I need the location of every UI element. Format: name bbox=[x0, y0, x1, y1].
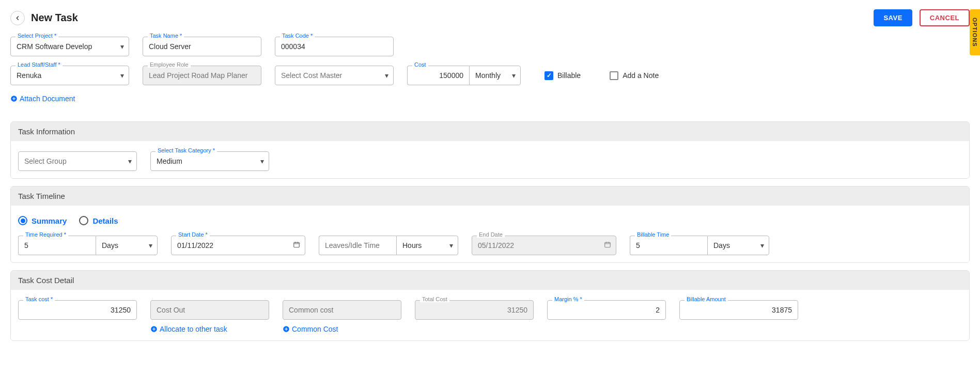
billabletime-label: Billable Time bbox=[635, 231, 671, 238]
billableamount-label: Billable Amount bbox=[685, 296, 728, 302]
summary-label: Summary bbox=[32, 216, 67, 225]
billabletime-unit-select[interactable] bbox=[707, 236, 769, 255]
leaves-input[interactable] bbox=[319, 236, 396, 255]
panel-header: Task Cost Detail bbox=[11, 271, 969, 290]
taskname-label: Task Name * bbox=[148, 33, 184, 39]
costout-input[interactable] bbox=[150, 300, 269, 320]
commoncost-link[interactable]: Common Cost bbox=[283, 325, 401, 333]
details-radio[interactable]: Details bbox=[79, 216, 118, 225]
billabletime-input[interactable] bbox=[630, 236, 707, 255]
allocate-link[interactable]: Allocate to other task bbox=[150, 325, 269, 333]
margin-input[interactable] bbox=[547, 300, 666, 320]
cost-label: Cost bbox=[412, 61, 428, 68]
back-button[interactable] bbox=[10, 11, 25, 25]
category-label: Select Task Category * bbox=[155, 147, 217, 153]
margin-label: Margin % * bbox=[552, 296, 584, 302]
chevron-left-icon bbox=[14, 14, 21, 22]
taskcode-label: Task Code * bbox=[280, 33, 315, 39]
totalcost-input bbox=[415, 300, 534, 320]
costmaster-select[interactable] bbox=[275, 66, 394, 85]
cancel-button[interactable]: CANCEL bbox=[920, 9, 970, 26]
checkbox-icon bbox=[610, 71, 618, 80]
attach-document-link[interactable]: Attach Document bbox=[10, 95, 75, 103]
taskcost-label: Task cost * bbox=[23, 296, 55, 302]
role-input bbox=[143, 66, 261, 85]
plus-circle-icon bbox=[150, 325, 158, 333]
group-select[interactable] bbox=[18, 151, 137, 171]
leadstaff-select[interactable] bbox=[10, 66, 129, 85]
cost-input[interactable] bbox=[407, 66, 469, 85]
plus-circle-icon bbox=[283, 325, 290, 333]
time-unit-select[interactable] bbox=[96, 236, 158, 255]
commoncost-input[interactable] bbox=[283, 300, 401, 320]
cost-unit-select[interactable] bbox=[469, 66, 521, 85]
details-label: Details bbox=[92, 216, 118, 225]
startdate-label: Start Date * bbox=[176, 231, 210, 238]
task-timeline-panel: Task Timeline Summary Details Time Requi… bbox=[10, 186, 970, 263]
taskcode-input[interactable] bbox=[275, 37, 394, 56]
project-select[interactable] bbox=[10, 37, 129, 56]
summary-radio[interactable]: Summary bbox=[18, 216, 67, 225]
task-information-panel: Task Information ▾ Select Task Category … bbox=[10, 121, 970, 179]
enddate-input bbox=[472, 236, 616, 255]
radio-icon bbox=[18, 216, 27, 225]
task-cost-panel: Task Cost Detail Task cost * bbox=[10, 270, 970, 341]
totalcost-label: Total Cost bbox=[420, 296, 449, 302]
checkbox-icon bbox=[545, 71, 553, 80]
billableamount-input[interactable] bbox=[679, 300, 798, 320]
addnote-label: Add a Note bbox=[623, 71, 659, 80]
leaves-unit-select[interactable] bbox=[396, 236, 458, 255]
time-required-input[interactable] bbox=[18, 236, 96, 255]
time-required-label: Time Required * bbox=[23, 231, 68, 238]
page-title: New Task bbox=[31, 12, 78, 24]
addnote-checkbox[interactable]: Add a Note bbox=[610, 71, 659, 80]
project-label: Select Project * bbox=[15, 33, 58, 39]
billable-label: Billable bbox=[557, 71, 581, 80]
panel-header: Task Timeline bbox=[11, 186, 969, 206]
startdate-input[interactable] bbox=[171, 236, 305, 255]
taskcost-input[interactable] bbox=[18, 300, 137, 320]
panel-header: Task Information bbox=[11, 122, 969, 141]
plus-circle-icon bbox=[10, 95, 18, 102]
category-select[interactable] bbox=[150, 151, 269, 171]
save-button[interactable]: SAVE bbox=[874, 9, 912, 26]
radio-icon bbox=[79, 216, 88, 225]
taskname-input[interactable] bbox=[143, 37, 261, 56]
enddate-label: End Date bbox=[477, 231, 505, 238]
billable-checkbox[interactable]: Billable bbox=[545, 71, 581, 80]
role-label: Employee Role bbox=[148, 61, 191, 68]
leadstaff-label: Lead Staff/Staff * bbox=[15, 61, 63, 68]
